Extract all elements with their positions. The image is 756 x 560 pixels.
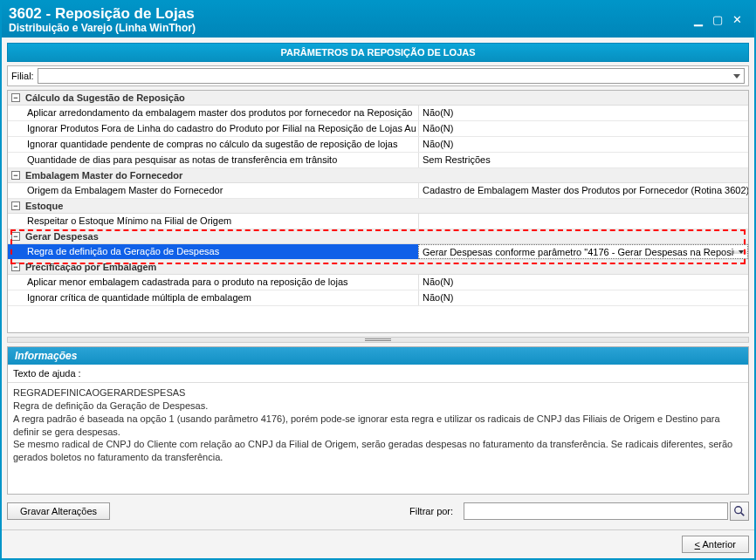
titlebar: 3602 - Reposição de Lojas Distribuição e…	[2, 2, 754, 38]
svg-line-1	[741, 513, 745, 516]
param-row[interactable]: Respeitar o Estoque Mínimo na Filial de …	[8, 214, 748, 229]
param-row[interactable]: Regra de definição da Geração de Despesa…	[8, 244, 748, 260]
search-icon	[733, 505, 746, 517]
param-row[interactable]: Ignorar quantidade pendente de compras n…	[8, 137, 748, 153]
bottom-toolbar: Gravar Alterações Filtrar por:	[7, 498, 749, 524]
filial-select[interactable]	[38, 68, 745, 84]
dropdown-value: Gerar Despesas conforme parâmetro "4176 …	[419, 247, 733, 257]
param-row[interactable]: Ignorar Produtos Fora de Linha do cadast…	[8, 121, 748, 137]
help-label: Texto de ajuda :	[8, 365, 748, 383]
param-label: Ignorar crítica de quantidade múltipla d…	[8, 290, 418, 305]
param-label: Aplicar arredondamento da embalagem mast…	[8, 106, 418, 120]
info-header: Informações	[8, 347, 748, 365]
collapse-icon[interactable]: −	[11, 263, 20, 271]
filial-label: Filial:	[11, 71, 34, 81]
collapse-icon[interactable]: −	[11, 232, 20, 241]
group-header[interactable]: −Gerar Despesas	[8, 229, 748, 244]
close-icon[interactable]: ✕	[730, 13, 744, 27]
group-label: Embalagem Master do Fornecedor	[25, 170, 182, 181]
maximize-icon[interactable]: ▢	[711, 13, 725, 27]
group-header[interactable]: −Precificação por Embalagem	[8, 260, 748, 275]
param-row[interactable]: Ignorar crítica de quantidade múltipla d…	[8, 290, 748, 306]
group-label: Estoque	[25, 201, 63, 211]
group-label: Precificação por Embalagem	[25, 262, 156, 272]
filter-label: Filtrar por:	[409, 506, 453, 516]
param-label: Origem da Embalagem Master do Fornecedor	[8, 183, 418, 198]
chevron-down-icon[interactable]	[733, 250, 747, 254]
search-button[interactable]	[730, 502, 749, 521]
info-panel: Informações Texto de ajuda : REGRADEFINI…	[7, 346, 749, 495]
param-value[interactable]: Sem Restrições	[418, 153, 748, 167]
param-value[interactable]: Não(N)	[418, 290, 748, 305]
svg-point-0	[735, 507, 742, 514]
group-header[interactable]: −Estoque	[8, 199, 748, 214]
save-button[interactable]: Gravar Alterações	[7, 502, 110, 520]
collapse-icon[interactable]: −	[11, 201, 20, 210]
param-value[interactable]: Não(N)	[418, 106, 748, 120]
group-label: Cálculo da Sugestão de Reposição	[25, 92, 185, 103]
minimize-icon[interactable]: ▁	[691, 13, 705, 27]
param-label: Respeitar o Estoque Mínimo na Filial de …	[8, 214, 418, 229]
param-value[interactable]: Não(N)	[418, 137, 748, 152]
params-grid[interactable]: −Cálculo da Sugestão de ReposiçãoAplicar…	[7, 90, 749, 333]
param-value[interactable]: Não(N)	[418, 275, 748, 290]
panel-header: PARÂMETROS DA REPOSIÇÃO DE LOJAS	[7, 43, 749, 62]
back-button[interactable]: < < AnteriorAnterior	[682, 536, 749, 553]
param-row[interactable]: Aplicar menor embalagem cadastrada para …	[8, 275, 748, 290]
param-label: Regra de definição da Geração de Despesa…	[8, 244, 418, 259]
param-label: Ignorar quantidade pendente de compras n…	[8, 137, 418, 152]
param-value[interactable]	[418, 214, 748, 229]
param-value[interactable]: Gerar Despesas conforme parâmetro "4176 …	[418, 244, 748, 259]
param-value[interactable]: Cadastro de Embalagem Master dos Produto…	[418, 183, 748, 198]
collapse-icon[interactable]: −	[11, 93, 20, 102]
param-row[interactable]: Quantidade de dias para pesquisar as not…	[8, 153, 748, 168]
group-header[interactable]: −Embalagem Master do Fornecedor	[8, 168, 748, 183]
group-header[interactable]: −Cálculo da Sugestão de Reposição	[8, 91, 748, 106]
param-row[interactable]: Aplicar arredondamento da embalagem mast…	[8, 106, 748, 121]
splitter[interactable]	[7, 337, 749, 343]
param-label: Aplicar menor embalagem cadastrada para …	[8, 275, 418, 290]
param-label: Ignorar Produtos Fora de Linha do cadast…	[8, 121, 418, 136]
window-title: 3602 - Reposição de Lojas	[9, 5, 691, 23]
param-value[interactable]: Não(N)	[418, 121, 748, 136]
filial-row: Filial:	[7, 65, 749, 86]
param-label: Quantidade de dias para pesquisar as not…	[8, 153, 418, 167]
help-body: REGRADEFINICAOGERARDESPESASRegra de defi…	[8, 383, 748, 494]
window-subtitle: Distribuição e Varejo (Linha WinThor)	[9, 22, 691, 34]
filter-input[interactable]	[464, 502, 728, 520]
group-label: Gerar Despesas	[25, 231, 99, 242]
param-row[interactable]: Origem da Embalagem Master do Fornecedor…	[8, 183, 748, 199]
collapse-icon[interactable]: −	[11, 171, 20, 180]
